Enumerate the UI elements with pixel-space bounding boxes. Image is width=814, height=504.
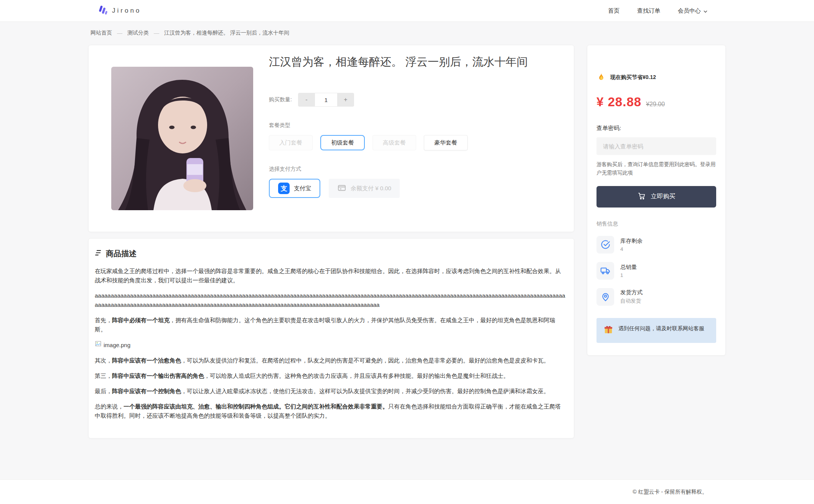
savings-text: 现在购买节省¥0.12 [610,74,656,81]
breadcrumb-item-1[interactable]: 测试分类 [127,30,149,36]
text-run: 总的来说， [95,403,124,410]
alipay-icon: 支 [278,183,290,194]
sales-info-text: 总销量1 [620,264,637,278]
wallet-icon [337,183,346,194]
buy-now-label: 立即购买 [651,193,676,201]
breadcrumb-separator: — [117,30,122,36]
text-run: 首先， [95,317,112,323]
package-option-2: 高级套餐 [372,135,416,150]
quantity-increase-button[interactable]: + [337,93,354,107]
product-media [98,54,267,222]
bold-text: 阵容中应该有一个输出伤害高的角色 [112,372,204,379]
breadcrumb-separator: — [154,30,159,36]
text-run: ，可以为队友提供治疗和复活。在爬塔的过程中，队友之间的伤害是不可避免的，因此，治… [181,357,549,364]
brand-name: Jirono [112,7,141,15]
broken-image-alt: image.png [104,341,130,350]
sales-info-title: 销售信息 [596,221,716,227]
package-option-0: 入门套餐 [269,135,313,150]
brand-logo[interactable]: Jirono [97,5,141,17]
truck-icon [596,262,614,280]
current-price: ¥ 28.88 [596,95,641,109]
sales-info-text: 库存剩余4 [620,237,643,252]
nav-link-find-order[interactable]: 查找订单 [637,7,660,15]
description-paragraph-1: aaaaaaaaaaaaaaaaaaaaaaaaaaaaaaaaaaaaaaaa… [95,291,565,310]
description-body: 在玩家咸鱼之王的爬塔过程中，选择一个最强的阵容是非常重要的。咸鱼之王爬塔的核心在… [95,267,565,420]
payment-option-0[interactable]: 支支付宝 [269,179,320,198]
quantity-value[interactable]: 1 [315,93,337,107]
quantity-decrease-button[interactable]: - [298,93,315,107]
bold-text: 阵容中应该有一个控制角色 [112,388,181,394]
navbar: Jirono 首页查找订单会员中心 [0,0,814,22]
description-paragraph-6: 最后，阵容中应该有一个控制角色，可以让敌人进入眩晕或冰冻状态，使他们无法攻击。这… [95,387,565,396]
text-run: ，可以让敌人进入眩晕或冰冻状态，使他们无法攻击。这样可以为队友提供宝贵的时间，并… [181,388,549,394]
product-title: 江汉曾为客，相逢每醉还。 浮云一别后，流水十年间 [269,54,561,69]
sales-info-label: 发货方式 [620,289,643,296]
original-price: ¥29.00 [646,101,665,108]
payment-options: 支支付宝余额支付 ¥ 0.00 [269,179,561,198]
description-card: 商品描述 在玩家咸鱼之王的爬塔过程中，选择一个最强的阵容是非常重要的。咸鱼之王爬… [88,238,574,438]
notice-text: 遇到任何问题，请及时联系网站客服 [618,324,704,333]
text-run: 最后， [95,388,112,394]
nav-links: 首页查找订单会员中心 [608,7,707,15]
package-option-1[interactable]: 初级套餐 [320,135,365,150]
sales-info-value: 自动发货 [620,298,643,305]
payment-option-label: 余额支付 ¥ 0.00 [351,185,391,192]
text-run: 在玩家咸鱼之王的爬塔过程中，选择一个最强的阵容是非常重要的。咸鱼之王爬塔的核心在… [95,268,561,283]
sales-info-row-2: 发货方式自动发货 [596,288,716,306]
payment-option-label: 支付宝 [294,185,311,192]
broken-image-icon [95,340,102,350]
description-paragraph-0: 在玩家咸鱼之王的爬塔过程中，选择一个最强的阵容是非常重要的。咸鱼之王爬塔的核心在… [95,267,565,285]
savings-banner: 现在购买节省¥0.12 [596,72,716,82]
text-run: ，可以给敌人造成巨大的伤害。这种角色的攻击力应该高，并且应该具有多种技能。最好的… [204,372,509,379]
bold-text: 阵容中应该有一个治愈角色 [112,357,181,364]
text-run: 其次， [95,357,112,364]
payment-method-label: 选择支付方式 [269,166,561,173]
flame-icon [596,72,606,82]
buy-now-button[interactable]: 立即购买 [596,186,716,208]
description-paragraph-7: 总的来说，一个最强的阵容应该由坦克、治愈、输出和控制四种角色组成。它们之间的互补… [95,402,565,420]
nav-link-label: 会员中心 [678,7,701,15]
sales-info-row-0: 库存剩余4 [596,236,716,254]
package-options: 入门套餐初级套餐高级套餐豪华套餐 [269,135,561,150]
description-paragraph-4: 其次，阵容中应该有一个治愈角色，可以为队友提供治疗和复活。在爬塔的过程中，队友之… [95,356,565,365]
logo-icon [97,5,108,17]
nav-link-member-center[interactable]: 会员中心 [678,7,707,15]
package-option-3[interactable]: 豪华套餐 [424,135,468,150]
purchase-card: 现在购买节省¥0.12 ¥ 28.88 ¥29.00 查单密码: 游客购买后，查… [587,45,726,356]
nav-link-label: 查找订单 [637,7,660,15]
payment-option-1: 余额支付 ¥ 0.00 [329,179,400,198]
nav-link-label: 首页 [608,7,620,15]
gift-icon [603,324,613,337]
broken-image-placeholder: image.png [95,340,565,350]
footer: © 红盟云卡 - 保留所有解释权。 [0,479,814,504]
package-type-label: 套餐类型 [269,122,561,129]
description-paragraph-2: 首先，阵容中必须有一个坦克，拥有高生命值和防御能力。这个角色的主要职责是在攻击时… [95,316,565,334]
bold-text: 一个最强的阵容应该由坦克、治愈、输出和控制四种角色组成。它们之间的互补性和配合效… [124,403,388,410]
product-image [111,67,253,210]
sales-info-value: 4 [620,246,643,252]
sales-info-label: 总销量 [620,264,637,271]
sales-info-list: 库存剩余4总销量1发货方式自动发货 [596,236,716,306]
description-paragraph-5: 第三，阵容中应该有一个输出伤害高的角色，可以给敌人造成巨大的伤害。这种角色的攻击… [95,371,565,380]
nav-link-home[interactable]: 首页 [608,7,620,15]
quantity-label: 购买数量: [269,96,292,103]
description-icon [95,249,102,259]
sales-info-text: 发货方式自动发货 [620,289,643,305]
order-password-input[interactable] [596,137,716,155]
sales-info-value: 1 [620,272,637,278]
sales-info-label: 库存剩余 [620,237,643,245]
cart-icon [638,192,646,202]
quantity-stepper: - 1 + [298,93,354,107]
chevron-down-icon [704,8,707,14]
breadcrumb: 网站首页—测试分类—江汉曾为客，相逢每醉还。 浮云一别后，流水十年间 [88,30,726,36]
sales-info-row-1: 总销量1 [596,262,716,280]
check-circle-icon [596,236,614,254]
copyright-text: © 红盟云卡 - 保留所有解释权。 [633,489,707,496]
order-password-label: 查单密码: [596,125,716,132]
order-password-note: 游客购买后，查询订单信息需要用到此密码。登录用户无需填写此项 [596,160,716,178]
product-card: 江汉曾为客，相逢每醉还。 浮云一别后，流水十年间 购买数量: - 1 + 套餐类… [88,45,574,232]
text-run: 第三， [95,372,112,379]
description-title: 商品描述 [106,249,137,259]
text-run: aaaaaaaaaaaaaaaaaaaaaaaaaaaaaaaaaaaaaaaa… [95,292,565,308]
breadcrumb-item-0[interactable]: 网站首页 [91,30,112,36]
